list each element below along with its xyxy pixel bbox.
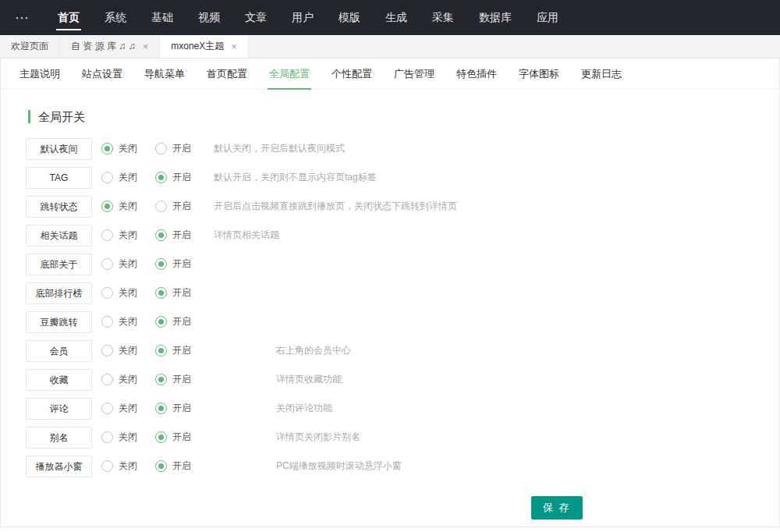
- tab-close-icon[interactable]: ×: [143, 41, 149, 51]
- topbar-item[interactable]: 首页: [45, 0, 92, 35]
- radio-label: 关闭: [119, 286, 137, 300]
- radio-off[interactable]: 关闭: [101, 431, 155, 444]
- setting-label: 豆瓣跳转: [26, 311, 92, 333]
- radio-off[interactable]: 关闭: [101, 200, 155, 213]
- radio-circle-icon: [155, 229, 167, 241]
- radio-group: 关闭开启: [101, 459, 209, 473]
- nav-tab[interactable]: 全局配置: [258, 59, 321, 89]
- radio-circle-icon: [101, 229, 113, 241]
- radio-circle-icon: [155, 143, 167, 154]
- radio-label: 开启: [172, 402, 191, 415]
- radio-circle-icon: [155, 345, 167, 356]
- setting-desc: 默认开启，关闭则不显示内容页tag标签: [214, 171, 377, 184]
- radio-on[interactable]: 开启: [155, 142, 209, 155]
- radio-on[interactable]: 开启: [155, 315, 209, 328]
- setting-row: 相关话题关闭开启详情页相关话题: [26, 221, 779, 250]
- radio-off[interactable]: 关闭: [101, 344, 155, 357]
- radio-on[interactable]: 开启: [155, 402, 209, 415]
- radio-label: 开启: [172, 142, 191, 155]
- radio-on[interactable]: 开启: [155, 171, 209, 184]
- setting-label: 播放器小窗: [26, 456, 92, 477]
- radio-circle-icon: [155, 172, 167, 183]
- workspace-tab[interactable]: mxoneX主题×: [160, 35, 249, 58]
- nav-tab[interactable]: 首页配置: [196, 59, 258, 89]
- radio-circle-icon: [155, 200, 167, 212]
- topbar-item[interactable]: 应用: [524, 0, 571, 35]
- topbar-item[interactable]: 数据库: [466, 0, 524, 35]
- nav-tab[interactable]: 个性配置: [321, 59, 383, 89]
- radio-group: 关闭开启: [101, 229, 209, 242]
- nav-tab[interactable]: 广告管理: [383, 59, 445, 89]
- workspace-tab[interactable]: 自 资 源 库 ♫ ♫×: [60, 35, 160, 58]
- topbar-item[interactable]: 生成: [373, 0, 420, 35]
- radio-circle-icon: [101, 287, 113, 299]
- radio-group: 关闭开启: [101, 402, 209, 415]
- radio-on[interactable]: 开启: [155, 257, 209, 271]
- radio-on[interactable]: 开启: [155, 344, 209, 357]
- radio-off[interactable]: 关闭: [101, 315, 155, 328]
- settings-rows: 默认夜间关闭开启默认关闭，开启后默认夜间模式TAG关闭开启默认开启，关闭则不显示…: [1, 134, 779, 481]
- setting-label: 别名: [26, 427, 92, 449]
- radio-off[interactable]: 关闭: [101, 229, 155, 242]
- nav-tab[interactable]: 特色插件: [445, 59, 508, 89]
- topbar-item[interactable]: 模版: [326, 0, 373, 35]
- nav-tab[interactable]: 更新日志: [570, 59, 633, 89]
- topbar-item[interactable]: 视频: [186, 0, 232, 35]
- radio-label: 开启: [172, 286, 191, 300]
- topbar-item[interactable]: 基础: [139, 0, 186, 35]
- radio-group: 关闭开启: [101, 315, 209, 328]
- radio-on[interactable]: 开启: [155, 373, 209, 386]
- radio-off[interactable]: 关闭: [101, 286, 155, 300]
- radio-on[interactable]: 开启: [155, 200, 209, 213]
- radio-label: 开启: [172, 200, 191, 213]
- topbar-item[interactable]: 系统: [92, 0, 139, 35]
- nav-tab[interactable]: 主题说明: [9, 59, 71, 89]
- radio-label: 关闭: [119, 459, 137, 473]
- radio-off[interactable]: 关闭: [101, 142, 155, 155]
- radio-group: 关闭开启: [101, 257, 209, 271]
- radio-circle-icon: [101, 143, 113, 154]
- radio-group: 关闭开启: [101, 344, 209, 357]
- nav-tab[interactable]: 导航菜单: [133, 59, 196, 89]
- radio-off[interactable]: 关闭: [101, 171, 155, 184]
- save-button[interactable]: 保 存: [531, 496, 583, 520]
- radio-label: 关闭: [119, 402, 137, 415]
- radio-circle-icon: [101, 345, 113, 356]
- topbar-item[interactable]: 用户: [279, 0, 326, 35]
- setting-row: TAG关闭开启默认开启，关闭则不显示内容页tag标签: [26, 163, 779, 192]
- setting-label: 底部关于: [26, 254, 92, 275]
- workspace-tab[interactable]: 欢迎页面: [0, 35, 60, 58]
- nav-tab[interactable]: 字体图标: [508, 59, 570, 89]
- radio-off[interactable]: 关闭: [101, 459, 155, 473]
- radio-off[interactable]: 关闭: [101, 257, 155, 271]
- radio-circle-icon: [155, 374, 167, 385]
- radio-label: 关闭: [119, 315, 137, 328]
- setting-row: 底部关于关闭开启: [26, 250, 779, 278]
- radio-circle-icon: [101, 258, 113, 270]
- radio-group: 关闭开启: [101, 200, 209, 213]
- setting-desc: 详情页收藏功能: [276, 373, 342, 386]
- radio-on[interactable]: 开启: [155, 286, 209, 300]
- more-menu-icon[interactable]: ⋯: [0, 0, 45, 35]
- radio-on[interactable]: 开启: [155, 229, 209, 242]
- radio-on[interactable]: 开启: [155, 431, 209, 444]
- radio-label: 关闭: [119, 229, 137, 242]
- tab-label: mxoneX主题: [171, 40, 224, 53]
- setting-label: TAG: [26, 167, 92, 189]
- radio-circle-icon: [155, 258, 167, 270]
- setting-label: 评论: [26, 398, 92, 420]
- setting-label: 收藏: [26, 369, 92, 391]
- tab-label: 欢迎页面: [11, 40, 48, 53]
- radio-label: 开启: [172, 431, 191, 444]
- topbar-item[interactable]: 文章: [232, 0, 279, 35]
- tab-close-icon[interactable]: ×: [231, 41, 237, 51]
- setting-label: 跳转状态: [26, 196, 92, 218]
- radio-off[interactable]: 关闭: [101, 402, 155, 415]
- radio-off[interactable]: 关闭: [101, 373, 155, 386]
- topbar-item[interactable]: 采集: [420, 0, 466, 35]
- radio-label: 开启: [172, 171, 191, 184]
- radio-on[interactable]: 开启: [155, 459, 209, 473]
- radio-circle-icon: [155, 460, 167, 472]
- nav-tab[interactable]: 站点设置: [71, 59, 133, 89]
- setting-row: 播放器小窗关闭开启PC端播放视频时滚动悬浮小窗: [26, 452, 779, 481]
